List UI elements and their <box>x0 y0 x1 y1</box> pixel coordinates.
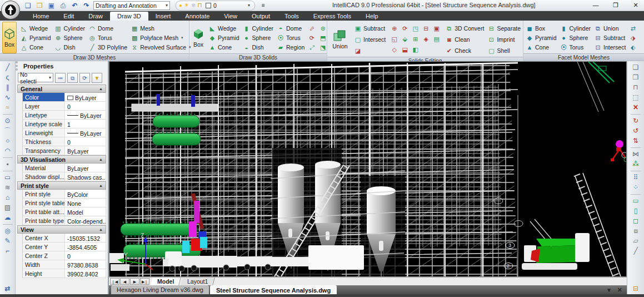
add-selection-icon[interactable]: ⧉ <box>67 73 78 83</box>
property-row-print-table-type[interactable]: Print table typeColor-depend... <box>23 216 106 225</box>
extrude-faces-icon[interactable]: ⊞ <box>410 34 421 44</box>
tab-draw[interactable]: Draw <box>81 12 110 21</box>
region-button[interactable]: ▰Region <box>277 42 304 52</box>
tab-express-tools[interactable]: Express Tools <box>306 12 358 21</box>
region-tool-icon[interactable]: ▭ <box>630 197 641 205</box>
torus-solid-button[interactable]: ⦿Torus <box>277 33 304 42</box>
doc-tab-close-icon[interactable]: ✕ <box>617 286 622 294</box>
hatch-tool-icon[interactable]: ▨ <box>2 204 13 212</box>
rectangle-tool-icon[interactable]: ▭ <box>2 174 13 182</box>
arc-continue-tool-icon[interactable]: ◠ <box>2 147 13 155</box>
section-general[interactable]: General▲ <box>17 85 106 93</box>
copy-faces-icon[interactable]: ◱ <box>389 34 400 44</box>
facet-cone-button[interactable]: ▲Cone <box>526 42 557 52</box>
layer-thaw-icon[interactable]: ☀ <box>184 2 189 9</box>
layer-freeze-icon[interactable]: ❄ <box>191 2 196 8</box>
taper-faces-icon[interactable]: ▣ <box>431 23 442 34</box>
toolbar-more-icon[interactable]: ≡ <box>262 2 265 8</box>
cone-solid-button[interactable]: ▲Cone <box>208 42 239 52</box>
property-row-material[interactable]: MaterialByLayer <box>23 164 106 172</box>
filter-icon[interactable]: ▼ <box>92 73 102 83</box>
save-icon[interactable]: ▣ <box>47 1 56 10</box>
tab-insert[interactable]: Insert <box>148 12 178 21</box>
extrude-button[interactable]: ⬀ <box>308 23 316 33</box>
box-solid-button[interactable]: Box <box>192 22 205 53</box>
facet-convert-button[interactable]: ⇄ <box>629 23 637 33</box>
workspace-dropdown[interactable]: Drafting and Annotation ▾ <box>93 1 170 10</box>
3d-convert-button[interactable]: ⧉3D Convert <box>445 23 484 33</box>
copy-tool-icon[interactable]: ❏ <box>630 63 641 72</box>
section-print-style[interactable]: Print style▲ <box>17 181 106 190</box>
doc-tab-hexagon[interactable]: Hexagon Living Dream v36.dwg <box>111 285 209 294</box>
property-row-width[interactable]: Width97380.8638 <box>23 260 106 269</box>
property-row-print-style-table[interactable]: Print style tableNone <box>23 199 106 207</box>
sphere-solid-button[interactable]: ●Sphere <box>243 33 274 42</box>
facet-subtract-button[interactable]: ⊟Subtract <box>594 33 626 42</box>
union-button[interactable]: Union <box>330 22 351 57</box>
property-row-center-z[interactable]: Center Z0 <box>23 251 106 260</box>
mirror-tool-icon[interactable]: ⋈ <box>630 150 641 159</box>
toggle-pickadd-icon[interactable]: ⟳ <box>79 73 90 83</box>
tab-annotate[interactable]: Annotate <box>178 12 217 21</box>
property-row-center-x[interactable]: Center X-15035.1532 <box>23 234 106 242</box>
tab-home[interactable]: Home <box>26 12 56 21</box>
property-row-color[interactable]: ColorByLayer <box>23 93 106 102</box>
flip-tool-icon[interactable]: ⇅ <box>630 137 641 145</box>
quick-select-icon[interactable]: ≔ <box>55 73 66 83</box>
circle-tool-icon[interactable]: ⊙ <box>2 117 13 125</box>
layer-dropdown[interactable]: 0 ▾ <box>204 1 252 10</box>
drawing-viewport[interactable]: 2 3 Z Y <box>109 61 627 277</box>
array-polar-tool-icon[interactable]: ⁘ <box>630 184 641 192</box>
shell-button[interactable]: ▢Shell <box>487 46 521 55</box>
wedge-mesh-button[interactable]: ◺Wedge <box>20 23 51 33</box>
move-faces-icon[interactable]: ⊕ <box>389 23 400 34</box>
unlock-tool-icon[interactable]: ⊓ <box>630 83 641 92</box>
wireframe-box-tool-icon[interactable]: ⧈ <box>630 227 641 235</box>
property-row-print-table-attached[interactable]: Print table att...Model <box>23 207 106 216</box>
wedge-solid-button[interactable]: ◣Wedge <box>208 23 239 33</box>
last-tab-icon[interactable]: ▶❘ <box>140 278 149 285</box>
dish-solid-button[interactable]: ◒Dish <box>243 42 274 52</box>
pyramid-mesh-button[interactable]: ◭Pyramid <box>20 33 51 42</box>
shell-solid-icon[interactable]: ◧ <box>410 44 421 55</box>
leader-tool-icon[interactable]: ✎ <box>2 237 13 245</box>
polygon-tool-icon[interactable]: ⌂ <box>2 194 13 202</box>
slice-button[interactable]: ⬒ <box>319 33 327 42</box>
copy-edges-icon[interactable]: ◈ <box>421 34 431 44</box>
line-tool-icon[interactable]: ╱ <box>2 63 13 72</box>
tab-edit[interactable]: Edit <box>56 12 81 21</box>
redo-icon[interactable]: ↷ <box>82 1 91 10</box>
property-row-transparency[interactable]: TransparencyByLayer <box>23 146 106 155</box>
cylinder-solid-button[interactable]: ▮Cylinder <box>243 23 274 33</box>
point-tool-icon[interactable]: ▪ <box>2 160 13 169</box>
rotate-faces-icon[interactable]: ⟳ <box>400 23 410 34</box>
property-row-lineweight[interactable]: LineweightByLayer <box>23 128 106 137</box>
smooth-mesh-button[interactable]: ⬗ <box>629 33 637 42</box>
property-row-print-style[interactable]: Print styleByColor <box>23 190 106 199</box>
pyramid-solid-button[interactable]: ◆Pyramid <box>208 33 239 42</box>
selection-dropdown[interactable]: No selecti ▾ <box>18 73 53 82</box>
subtract-button[interactable]: ▣Subtract <box>354 23 386 33</box>
facet-pyramid-button[interactable]: ◆Pyramid <box>526 33 557 42</box>
separate-button[interactable]: ⊟Separate <box>487 23 521 33</box>
polyline-tool-icon[interactable]: ∿ <box>2 93 13 102</box>
layer-lock-icon[interactable]: ⊓ <box>197 2 202 9</box>
facet-intersect-button[interactable]: ⊡Intersect <box>594 42 626 52</box>
prev-tab-icon[interactable]: ◀ <box>120 278 129 285</box>
spline-tool-icon[interactable]: ς <box>2 73 13 82</box>
property-row-height[interactable]: Height39902.8402 <box>23 269 106 278</box>
regen-icon[interactable]: ⇄ <box>2 285 13 293</box>
first-tab-icon[interactable]: ❘◀ <box>110 278 119 285</box>
fillet-tool-icon[interactable]: ⌐ <box>2 247 13 255</box>
imprint-edges-icon[interactable]: ◇ <box>389 44 400 55</box>
facet-torus-button[interactable]: ⦿Torus <box>560 42 591 52</box>
ladder-tool-icon[interactable]: ⊟ <box>630 285 641 293</box>
property-row-thickness[interactable]: Thickness0 <box>23 137 106 146</box>
tab-model[interactable]: Model <box>151 278 181 285</box>
offset-faces-icon[interactable]: ◳ <box>410 23 421 34</box>
check-button[interactable]: ✔Check <box>445 46 484 55</box>
donut-tool-icon[interactable]: ◎ <box>2 227 13 235</box>
cone-mesh-button[interactable]: △Cone <box>20 42 51 52</box>
facet-union-button[interactable]: ⧉Union <box>594 23 626 33</box>
rotate-cw-tool-icon[interactable]: ↻ <box>630 117 641 125</box>
